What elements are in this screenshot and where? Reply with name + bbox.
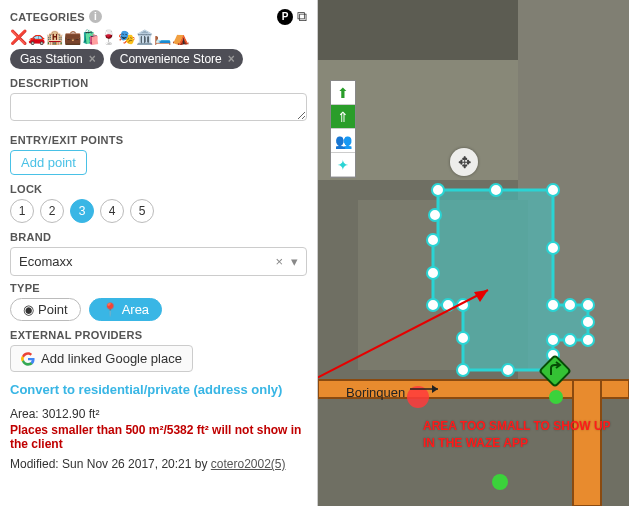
people-icon[interactable]: 👥: [331, 129, 355, 153]
svg-point-12: [564, 299, 576, 311]
map-annotation: AREA TOO SMALL TO SHOW UPIN THE WAZE APP: [423, 418, 611, 452]
remove-tag-icon[interactable]: ×: [89, 52, 96, 66]
svg-point-8: [490, 184, 502, 196]
area-value: Area: 3012.90 ft²: [10, 407, 307, 421]
info-icon[interactable]: i: [89, 10, 102, 23]
category-icons-row[interactable]: ❌🚗🏨💼🛍️🍷🎭🏛️🛏️⛺: [10, 29, 307, 45]
svg-point-14: [582, 316, 594, 328]
entry-header: ENTRY/EXIT POINTS: [10, 134, 307, 146]
node-icon[interactable]: [549, 390, 563, 404]
double-arrow-icon[interactable]: ⇑: [331, 105, 355, 129]
svg-point-28: [429, 209, 441, 221]
remove-tag-icon[interactable]: ×: [228, 52, 235, 66]
svg-point-16: [564, 334, 576, 346]
tag-convenience-store[interactable]: Convenience Store×: [110, 49, 243, 69]
svg-point-21: [457, 364, 469, 376]
tag-gas-station[interactable]: Gas Station×: [10, 49, 104, 69]
type-point[interactable]: ◉Point: [10, 298, 81, 321]
street-label: Borinquen: [346, 385, 405, 400]
map-view[interactable]: ⬆ ⇑ 👥 ✦ ✥ Borinquen AREA TOO SMALL TO SH…: [318, 0, 629, 506]
add-google-place-button[interactable]: Add linked Google place: [10, 345, 193, 372]
svg-point-11: [547, 299, 559, 311]
svg-point-15: [582, 334, 594, 346]
google-icon: [21, 352, 35, 366]
map-tools: ⬆ ⇑ 👥 ✦: [330, 80, 356, 178]
lock-5[interactable]: 5: [130, 199, 154, 223]
brand-value: Ecomaxx: [19, 254, 72, 269]
lock-4[interactable]: 4: [100, 199, 124, 223]
arrow-up-icon[interactable]: ⬆: [331, 81, 355, 105]
network-icon[interactable]: ✦: [331, 153, 355, 177]
add-point-button[interactable]: Add point: [10, 150, 87, 175]
radio-icon: ◉: [23, 302, 34, 317]
svg-point-25: [427, 299, 439, 311]
size-warning: Places smaller than 500 m²/5382 ft² will…: [10, 423, 307, 451]
svg-point-17: [547, 334, 559, 346]
parking-badge-icon[interactable]: P: [277, 9, 293, 25]
copy-icon[interactable]: ⧉: [297, 8, 307, 25]
modifier-link[interactable]: cotero2002(5): [211, 457, 286, 471]
svg-point-26: [427, 267, 439, 279]
move-handle-icon[interactable]: ✥: [450, 148, 478, 176]
svg-point-27: [427, 234, 439, 246]
editor-panel: CATEGORIES i P ⧉ ❌🚗🏨💼🛍️🍷🎭🏛️🛏️⛺ Gas Stati…: [0, 0, 318, 506]
type-area[interactable]: 📍Area: [89, 298, 162, 321]
svg-point-10: [547, 242, 559, 254]
description-header: DESCRIPTION: [10, 77, 307, 89]
svg-point-20: [502, 364, 514, 376]
lock-3[interactable]: 3: [70, 199, 94, 223]
pin-icon: 📍: [102, 302, 118, 317]
chevron-down-icon[interactable]: ▾: [291, 254, 298, 269]
node-icon[interactable]: [492, 474, 508, 490]
description-input[interactable]: [10, 93, 307, 121]
categories-header: CATEGORIES i: [10, 10, 102, 23]
clear-icon[interactable]: ×: [275, 254, 283, 269]
brand-select[interactable]: Ecomaxx ×▾: [10, 247, 307, 276]
lock-2[interactable]: 2: [40, 199, 64, 223]
lock-1[interactable]: 1: [10, 199, 34, 223]
type-header: TYPE: [10, 282, 307, 294]
svg-point-9: [547, 184, 559, 196]
modified-meta: Modified: Sun Nov 26 2017, 20:21 by cote…: [10, 457, 307, 471]
svg-point-22: [457, 332, 469, 344]
convert-residential-link[interactable]: Convert to residential/private (address …: [10, 382, 307, 397]
brand-header: BRAND: [10, 231, 307, 243]
lock-header: LOCK: [10, 183, 307, 195]
svg-point-7: [432, 184, 444, 196]
svg-point-13: [582, 299, 594, 311]
external-header: EXTERNAL PROVIDERS: [10, 329, 307, 341]
